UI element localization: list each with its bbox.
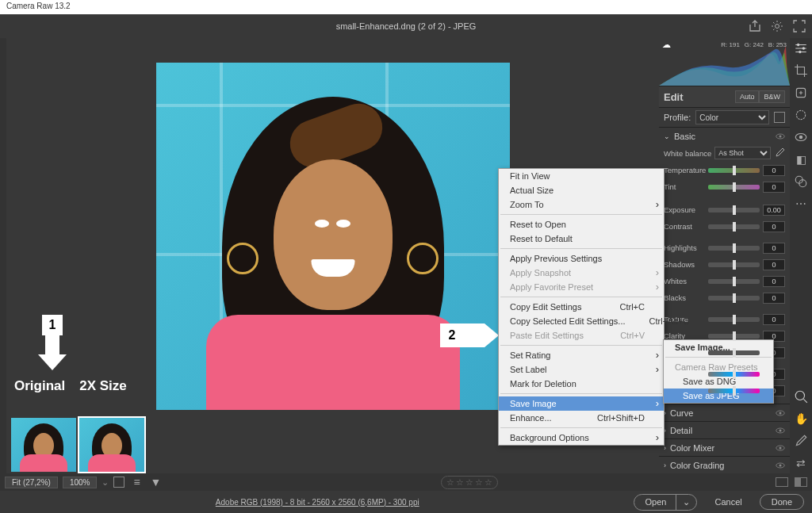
settings-gear-icon[interactable] [771, 20, 783, 33]
crop-tool-icon[interactable] [794, 63, 808, 78]
open-button[interactable]: Open⌄ [634, 494, 698, 511]
context-menu-main: Fit in View Actual Size Zoom To Reset to… [498, 168, 665, 446]
svg-point-11 [797, 44, 799, 46]
toggle-tool-icon[interactable]: ⇄ [794, 456, 808, 470]
single-view-icon[interactable] [776, 477, 788, 487]
snapshots-tool-icon[interactable]: ◧ [794, 152, 808, 167]
edit-title: Edit [664, 91, 684, 103]
svg-point-0 [776, 25, 779, 29]
menu-copy-selected-edit[interactable]: Copy Selected Edit Settings...Ctrl+Alt+C [499, 314, 664, 328]
eye-icon[interactable] [776, 462, 785, 469]
fullscreen-icon[interactable] [793, 20, 806, 33]
more-tool-icon[interactable]: ⋯ [794, 197, 808, 211]
label-2x: 2X Size [79, 378, 127, 394]
menu-reset-to-open[interactable]: Reset to Open [499, 217, 664, 232]
edit-tool-icon[interactable] [794, 41, 808, 56]
eye-icon[interactable] [776, 427, 785, 434]
share-icon[interactable] [749, 20, 761, 33]
thumbnail-original[interactable] [11, 418, 76, 472]
edit-panel: ☁ R: 191G: 242B: 253 Edit Auto B&W Profi… [659, 38, 790, 473]
svg-point-12 [802, 47, 805, 49]
slider-contrast[interactable]: Contrast0 [659, 218, 790, 235]
menu-zoom-to[interactable]: Zoom To [499, 197, 664, 212]
star-icon[interactable]: ☆ [465, 477, 473, 488]
canvas-area[interactable]: 1 Original 2X Size 2 Fit in View Actual … [6, 38, 659, 473]
star-icon[interactable]: ☆ [456, 477, 464, 488]
presets-tool-icon[interactable] [794, 174, 808, 189]
eyedropper-icon[interactable] [774, 147, 785, 159]
thumbnail-enhanced[interactable] [79, 418, 144, 472]
zoom-fit-display[interactable]: Fit (27,2%) [5, 477, 58, 488]
menu-mark-deletion[interactable]: Mark for Deletion [499, 377, 664, 391]
menu-copy-edit[interactable]: Copy Edit SettingsCtrl+C [499, 300, 664, 314]
redeye-tool-icon[interactable] [794, 130, 808, 144]
menu-background-options[interactable]: Background Options [499, 431, 664, 445]
section-detail[interactable]: ›Detail [659, 421, 790, 438]
cancel-button[interactable]: Cancel [703, 495, 753, 509]
slider-exposure[interactable]: Exposure0.00 [659, 201, 790, 218]
eye-icon[interactable] [776, 133, 785, 140]
star-icon[interactable]: ☆ [485, 477, 492, 488]
filter-icon[interactable]: ▼ [148, 475, 163, 489]
profile-select[interactable]: Color [695, 110, 769, 124]
menu-save-image[interactable]: Save Image [499, 396, 664, 411]
menu-enhance[interactable]: Enhance...Ctrl+Shift+D [499, 411, 664, 425]
mask-tool-icon[interactable] [794, 108, 808, 122]
annotation-arrow-1: 1 [38, 315, 67, 370]
slider-temperature[interactable]: Temperature0 [659, 162, 790, 178]
done-button[interactable]: Done [760, 494, 804, 510]
histogram[interactable]: ☁ R: 191G: 242B: 253 [659, 38, 790, 86]
chevron-down-icon[interactable]: ⌄ [102, 477, 109, 488]
submenu-save-as-dng[interactable]: Save as DNG [664, 374, 773, 389]
auto-button[interactable]: Auto [735, 90, 760, 103]
slider-tint[interactable]: Tint0 [659, 178, 790, 195]
main-image-preview[interactable] [156, 63, 510, 410]
star-icon[interactable]: ☆ [446, 477, 454, 488]
chevron-down-icon[interactable]: ⌄ [676, 495, 696, 510]
section-color-mixer[interactable]: ›Color Mixer [659, 438, 790, 456]
bw-button[interactable]: B&W [759, 90, 785, 103]
menu-fit-in-view[interactable]: Fit in View [499, 169, 664, 183]
zoom-tool-icon[interactable] [794, 389, 808, 404]
menu-set-rating[interactable]: Set Rating [499, 348, 664, 362]
app-title: Camera Raw 13.2 [6, 2, 71, 10]
sort-icon[interactable]: ≡ [129, 475, 144, 489]
filmstrip [6, 416, 149, 473]
document-title: small-Enhanced.dng (2 of 2) - JPEG [336, 21, 477, 31]
menu-apply-previous[interactable]: Apply Previous Settings [499, 251, 664, 266]
slider-highlights[interactable]: Highlights0 [659, 239, 790, 256]
chevron-down-icon: ⌄ [664, 132, 670, 140]
footer-bar: Adobe RGB (1998) - 8 bit - 2560 x 2560 (… [0, 491, 812, 513]
sampler-tool-icon[interactable] [794, 434, 808, 448]
white-balance-row: White balance As Shot [659, 144, 790, 162]
svg-point-4 [779, 412, 782, 414]
heal-tool-icon[interactable] [794, 86, 808, 100]
workflow-options-link[interactable]: Adobe RGB (1998) - 8 bit - 2560 x 2560 (… [216, 498, 419, 507]
bottom-toolbar: Fit (27,2%) 100% ⌄ ≡ ▼ ☆☆☆☆☆ [0, 473, 812, 491]
zoom-100-display[interactable]: 100% [63, 477, 98, 488]
svg-point-8 [779, 446, 782, 449]
profile-label: Profile: [664, 113, 691, 122]
tool-strip: ◧ ⋯ ✋ ⇄ [790, 38, 812, 473]
eye-icon[interactable] [776, 445, 785, 451]
white-balance-select[interactable]: As Shot [714, 147, 771, 159]
section-basic[interactable]: ⌄ Basic [659, 127, 790, 144]
eye-icon[interactable] [776, 410, 785, 416]
edit-header: Edit Auto B&W [659, 86, 790, 108]
grid-view-icon[interactable] [113, 477, 124, 488]
slider-blacks[interactable]: Blacks0 [659, 289, 790, 306]
compare-view-icon[interactable] [795, 477, 807, 487]
section-color-grading[interactable]: ›Color Grading [659, 456, 790, 473]
hand-tool-icon[interactable]: ✋ [794, 412, 808, 426]
slider-whites[interactable]: Whites0 [659, 273, 790, 289]
menu-reset-to-default[interactable]: Reset to Default [499, 232, 664, 246]
slider-shadows[interactable]: Shadows0 [659, 256, 790, 273]
star-icon[interactable]: ☆ [475, 477, 483, 488]
menu-set-label[interactable]: Set Label [499, 362, 664, 377]
rating-stars[interactable]: ☆☆☆☆☆ [441, 476, 498, 489]
profile-browser-icon[interactable] [774, 112, 785, 123]
svg-point-2 [779, 135, 782, 137]
step-1-badge: 1 [42, 315, 63, 335]
menu-actual-size[interactable]: Actual Size [499, 183, 664, 197]
section-curve[interactable]: ›Curve [659, 404, 790, 421]
